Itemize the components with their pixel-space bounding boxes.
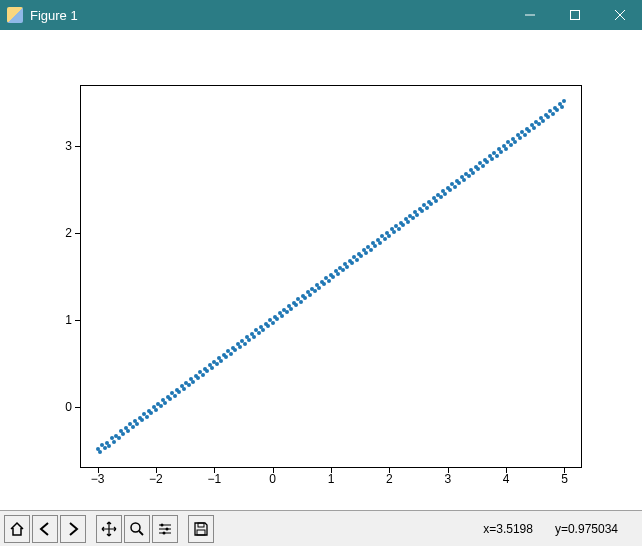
zoom-icon <box>129 521 145 537</box>
minimize-button[interactable] <box>507 0 552 30</box>
scatter-point <box>541 119 545 123</box>
y-tick-label: 0 <box>65 400 72 414</box>
svg-point-10 <box>166 527 169 530</box>
scatter-point <box>224 355 228 359</box>
scatter-point <box>247 338 251 342</box>
scatter-point <box>560 105 564 109</box>
scatter-point <box>383 237 387 241</box>
scatter-point <box>509 143 513 147</box>
scatter-point <box>117 436 121 440</box>
x-tick-label: 2 <box>386 472 393 486</box>
configure-button[interactable] <box>152 515 178 543</box>
scatter-point <box>415 213 419 217</box>
scatter-point <box>443 192 447 196</box>
scatter-point <box>210 366 214 370</box>
scatter-point <box>187 383 191 387</box>
cursor-x-readout: x=3.5198 <box>483 522 533 536</box>
scatter-point <box>294 303 298 307</box>
scatter-point <box>331 275 335 279</box>
scatter-point <box>196 376 200 380</box>
scatter-point <box>406 220 410 224</box>
scatter-point <box>308 293 312 297</box>
scatter-point <box>275 317 279 321</box>
zoom-button[interactable] <box>124 515 150 543</box>
scatter-point <box>252 335 256 339</box>
plot-canvas[interactable]: −3−2−10123450123 <box>0 30 642 510</box>
maximize-button[interactable] <box>552 0 597 30</box>
scatter-point <box>434 199 438 203</box>
scatter-point <box>397 227 401 231</box>
scatter-point <box>457 181 461 185</box>
scatter-point <box>495 154 499 158</box>
scatter-point <box>266 324 270 328</box>
scatter-point <box>261 328 265 332</box>
scatter-point <box>159 404 163 408</box>
scatter-point <box>355 258 359 262</box>
scatter-point <box>467 174 471 178</box>
scatter-point <box>303 296 307 300</box>
scatter-point <box>485 160 489 164</box>
forward-button[interactable] <box>60 515 86 543</box>
svg-rect-13 <box>197 530 205 535</box>
scatter-point <box>191 380 195 384</box>
scatter-point <box>149 411 153 415</box>
back-icon <box>37 521 53 537</box>
scatter-point <box>555 108 559 112</box>
scatter-point <box>112 440 116 444</box>
scatter-point <box>145 415 149 419</box>
close-button[interactable] <box>597 0 642 30</box>
scatter-point <box>387 234 391 238</box>
scatter-point <box>103 446 107 450</box>
scatter-point <box>411 216 415 220</box>
scatter-point <box>257 331 261 335</box>
title-bar: Figure 1 <box>0 0 642 30</box>
scatter-point <box>233 348 237 352</box>
close-icon <box>615 10 625 20</box>
pan-button[interactable] <box>96 515 122 543</box>
scatter-point <box>271 321 275 325</box>
scatter-point <box>527 129 531 133</box>
scatter-point <box>215 362 219 366</box>
scatter-point <box>537 122 541 126</box>
scatter-point <box>453 185 457 189</box>
y-tick-label: 1 <box>65 313 72 327</box>
scatter-point <box>425 206 429 210</box>
scatter-point <box>182 387 186 391</box>
back-button[interactable] <box>32 515 58 543</box>
svg-point-9 <box>161 523 164 526</box>
app-icon <box>7 7 23 23</box>
scatter-point <box>317 286 321 290</box>
scatter-point <box>299 300 303 304</box>
svg-rect-1 <box>570 11 579 20</box>
scatter-point <box>429 202 433 206</box>
scatter-point <box>289 307 293 311</box>
scatter-point <box>173 394 177 398</box>
nav-toolbar: x=3.5198 y=0.975034 <box>0 510 642 546</box>
scatter-point <box>280 314 284 318</box>
scatter-point <box>462 178 466 182</box>
scatter-point <box>205 369 209 373</box>
scatter-point <box>121 432 125 436</box>
scatter-point <box>201 373 205 377</box>
scatter-point <box>350 261 354 265</box>
x-tick-label: −3 <box>91 472 105 486</box>
scatter-point <box>98 450 102 454</box>
y-tick-label: 2 <box>65 226 72 240</box>
maximize-icon <box>570 10 580 20</box>
cursor-y-readout: y=0.975034 <box>555 522 618 536</box>
scatter-point <box>285 310 289 314</box>
save-button[interactable] <box>188 515 214 543</box>
scatter-point <box>219 359 223 363</box>
home-icon <box>9 521 25 537</box>
scatter-point <box>392 230 396 234</box>
scatter-point <box>322 282 326 286</box>
scatter-point <box>341 268 345 272</box>
scatter-point <box>369 248 373 252</box>
x-tick-label: −1 <box>207 472 221 486</box>
forward-icon <box>65 521 81 537</box>
scatter-point <box>177 390 181 394</box>
scatter-point <box>378 241 382 245</box>
home-button[interactable] <box>4 515 30 543</box>
scatter-point <box>476 167 480 171</box>
save-icon <box>193 521 209 537</box>
